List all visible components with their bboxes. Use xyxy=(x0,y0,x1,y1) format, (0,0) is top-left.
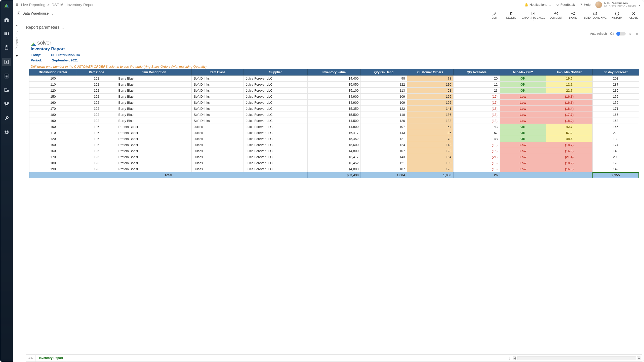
cell-minmax[interactable]: OK xyxy=(500,130,546,136)
delete-button[interactable]: DELETE xyxy=(505,11,517,22)
cell-class[interactable]: Juices xyxy=(191,166,244,172)
cell-desc[interactable]: Protein Boost xyxy=(116,142,191,148)
cell-forecast[interactable]: 152 xyxy=(592,100,639,106)
auto-refresh-toggle[interactable] xyxy=(617,32,626,35)
menu-toggle-icon[interactable]: ≡ xyxy=(16,2,19,7)
cell-notifier[interactable]: 22.7 xyxy=(546,88,592,94)
scroll-left-icon[interactable]: ◀ xyxy=(513,356,516,360)
cell-notifier[interactable]: (18.4) xyxy=(546,106,592,112)
cell-forecast[interactable]: 170 xyxy=(592,160,639,166)
cell-forecast[interactable]: 287 xyxy=(592,82,639,88)
cell-supplier[interactable]: Juice Forever LLC xyxy=(244,94,307,100)
col-item-desc[interactable]: Item Description xyxy=(116,69,191,76)
cell-value[interactable]: $5,100 xyxy=(307,88,361,94)
clipboard-icon[interactable] xyxy=(2,44,11,52)
cell-code[interactable]: 102 xyxy=(77,118,116,124)
feedback-button[interactable]: ☺ Feedback xyxy=(556,3,575,7)
calculator-icon[interactable] xyxy=(2,72,11,80)
tab-prev-icon[interactable]: ◀ xyxy=(28,356,30,360)
cell-desc[interactable]: Berry Blast xyxy=(116,82,191,88)
cell-available[interactable]: 57 xyxy=(453,130,500,136)
cell-dc[interactable]: 170 xyxy=(29,154,77,160)
cell-notifier[interactable]: (16.0) xyxy=(546,148,592,154)
cell-cust-orders[interactable]: 64 xyxy=(407,124,453,130)
cell-qoh[interactable]: 121 xyxy=(361,160,407,166)
cell-minmax[interactable]: Low xyxy=(500,112,546,118)
cell-cust-orders[interactable]: 123 xyxy=(407,148,453,154)
cell-code[interactable]: 126 xyxy=(77,130,116,136)
cell-desc[interactable]: Berry Blast xyxy=(116,118,191,124)
user-doc-icon[interactable] xyxy=(2,86,11,94)
cell-desc[interactable]: Berry Blast xyxy=(116,94,191,100)
cell-code[interactable]: 126 xyxy=(77,136,116,142)
cell-available[interactable]: (16) xyxy=(453,166,500,172)
cell-cust-orders[interactable]: 139 xyxy=(407,160,453,166)
history-button[interactable]: HISTORY xyxy=(611,11,623,22)
cell-cust-orders[interactable]: 123 xyxy=(407,166,453,172)
cell-dc[interactable]: 110 xyxy=(29,130,77,136)
cell-supplier[interactable]: Juice Forever LLC xyxy=(244,166,307,172)
cell-minmax[interactable]: Low xyxy=(500,118,546,124)
cell-minmax[interactable]: Low xyxy=(500,148,546,154)
cell-value[interactable]: $4,900 xyxy=(307,100,361,106)
cell-qoh[interactable]: 109 xyxy=(361,94,407,100)
cell-available[interactable]: 23 xyxy=(453,88,500,94)
cell-minmax[interactable]: Low xyxy=(500,166,546,172)
cell-minmax[interactable]: Low xyxy=(500,106,546,112)
cell-cust-orders[interactable]: 138 xyxy=(407,118,453,124)
cell-qoh[interactable]: 113 xyxy=(361,88,407,94)
cell-desc[interactable]: Berry Blast xyxy=(116,100,191,106)
cell-desc[interactable]: Berry Blast xyxy=(116,112,191,118)
cell-forecast[interactable]: 171 xyxy=(592,106,639,112)
cell-dc[interactable]: 160 xyxy=(29,100,77,106)
cell-available[interactable]: 43 xyxy=(453,124,500,130)
cell-supplier[interactable]: Juice Forever LLC xyxy=(244,130,307,136)
scroll-track[interactable] xyxy=(517,356,636,360)
cell-class[interactable]: Soft Drinks xyxy=(191,88,244,94)
cell-minmax[interactable]: Low xyxy=(500,154,546,160)
cell-class[interactable]: Soft Drinks xyxy=(191,100,244,106)
cell-cust-orders[interactable]: 164 xyxy=(407,154,453,160)
tab-inventory-report[interactable]: Inventory Report xyxy=(35,355,67,361)
cell-value[interactable]: $4,400 xyxy=(307,76,361,82)
cell-code[interactable]: 102 xyxy=(77,106,116,112)
cell-dc[interactable]: 160 xyxy=(29,148,77,154)
cell-class[interactable]: Juices xyxy=(191,142,244,148)
report-parameters-toggle[interactable]: Report parameters ⌄ xyxy=(26,25,644,30)
cell-supplier[interactable]: Juice Forever LLC xyxy=(244,142,307,148)
cell-dc[interactable]: 120 xyxy=(29,136,77,142)
notifications-menu[interactable]: 🔔 Notifications ⌄ xyxy=(524,3,551,7)
cell-value[interactable]: $5,350 xyxy=(307,106,361,112)
cell-qoh[interactable]: 124 xyxy=(361,142,407,148)
col-cust-orders[interactable]: Customer Orders xyxy=(407,69,453,76)
cell-cust-orders[interactable]: 143 xyxy=(407,142,453,148)
cell-qoh[interactable]: 107 xyxy=(361,124,407,130)
cell-cust-orders[interactable]: 141 xyxy=(407,106,453,112)
cell-supplier[interactable]: Juice Forever LLC xyxy=(244,82,307,88)
cell-notifier[interactable]: 12.2 xyxy=(546,82,592,88)
cell-notifier[interactable]: (18.2) xyxy=(546,160,592,166)
cell-qoh[interactable]: 121 xyxy=(361,136,407,142)
cell-code[interactable]: 102 xyxy=(77,100,116,106)
sheet-scroll[interactable]: solver Inventory Report Entity: US Distr… xyxy=(26,37,642,354)
cell-supplier[interactable]: Juice Forever LLC xyxy=(244,112,307,118)
cell-class[interactable]: Soft Drinks xyxy=(191,82,244,88)
cell-available[interactable]: (19) xyxy=(453,142,500,148)
cell-desc[interactable]: Protein Boost xyxy=(116,166,191,172)
cell-notifier[interactable]: (18.7) xyxy=(546,142,592,148)
cell-code[interactable]: 126 xyxy=(77,154,116,160)
popout-icon[interactable]: ⧉ xyxy=(628,32,632,36)
cell-qoh[interactable]: 118 xyxy=(361,112,407,118)
cell-available[interactable]: (16) xyxy=(453,148,500,154)
cell-forecast[interactable]: 149 xyxy=(592,166,639,172)
cell-dc[interactable]: 190 xyxy=(29,166,77,172)
cell-forecast[interactable]: 200 xyxy=(592,154,639,160)
cell-supplier[interactable]: Juice Forever LLC xyxy=(244,124,307,130)
cell-dc[interactable]: 100 xyxy=(29,124,77,130)
cell-supplier[interactable]: Juice Forever LLC xyxy=(244,100,307,106)
user-menu[interactable]: Nils Rasmussen 03. DISTRIBUTION DEMO ⌄ xyxy=(595,1,641,8)
col-item-code[interactable]: Item Code xyxy=(77,69,116,76)
col-inv-value[interactable]: Inventory Value xyxy=(307,69,361,76)
cell-minmax[interactable]: OK xyxy=(500,76,546,82)
cell-class[interactable]: Soft Drinks xyxy=(191,106,244,112)
